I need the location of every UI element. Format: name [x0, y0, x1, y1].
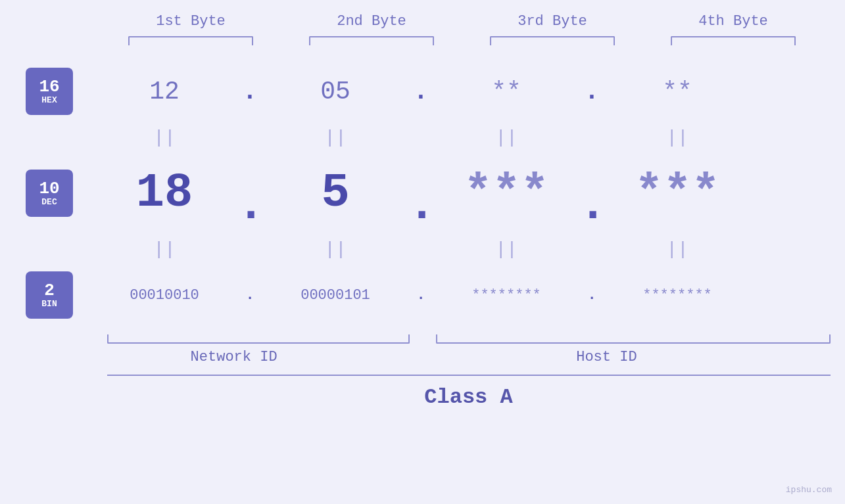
bracket-2: [309, 36, 434, 45]
watermark: ipshu.com: [786, 485, 832, 495]
hex-dot-3: .: [579, 78, 605, 106]
bin-badge: 2 BIN: [26, 271, 73, 319]
hex-val-1: 12: [92, 78, 237, 106]
main-data-area: 16 HEX 10 DEC 2 BIN: [0, 58, 845, 328]
id-labels-row: Network ID Host ID: [107, 349, 831, 365]
bottom-id-section: Network ID Host ID: [107, 334, 831, 365]
bin-val-2: 00000101: [263, 287, 408, 304]
eq-4: ||: [605, 127, 750, 148]
dec-badge: 10 DEC: [26, 170, 73, 217]
bin-dot-1: .: [237, 287, 263, 304]
host-id-label: Host ID: [383, 349, 830, 365]
hex-data-row: 12 . 05 . ** . **: [92, 58, 845, 124]
eq-row-1: || || || ||: [92, 124, 845, 150]
dec-val-4: ***: [605, 166, 750, 220]
bin-data-row: 00010010 . 00000101 . ******** . *******…: [92, 262, 845, 328]
data-grid: 12 . 05 . ** . ** || || || || 18: [92, 58, 845, 328]
byte-header-4: 4th Byte: [661, 13, 806, 30]
network-id-bracket: [107, 334, 410, 344]
hex-val-2: 05: [263, 78, 408, 106]
dec-dot-1: .: [237, 192, 263, 220]
class-bracket: [107, 375, 831, 376]
hex-dot-2: .: [408, 78, 434, 106]
eq-row-2: || || || ||: [92, 236, 845, 262]
bracket-3: [490, 36, 615, 45]
class-a-label: Class A: [107, 385, 831, 409]
bin-val-4: ********: [605, 287, 750, 304]
byte-header-1: 1st Byte: [118, 13, 263, 30]
dec-dot-3: .: [579, 192, 605, 220]
bracket-4: [671, 36, 796, 45]
bin-val-1: 00010010: [92, 287, 237, 304]
eq-3: ||: [434, 127, 579, 148]
dec-data-row: 18 . 5 . *** . ***: [92, 150, 845, 236]
network-bracket-row: [107, 334, 831, 344]
bracket-1: [128, 36, 253, 45]
dec-val-1: 18: [92, 166, 237, 220]
hex-badge: 16 HEX: [26, 68, 73, 115]
hex-val-4: **: [605, 78, 750, 106]
eq-7: ||: [434, 239, 579, 260]
main-container: 1st Byte 2nd Byte 3rd Byte 4th Byte 16 H…: [0, 0, 845, 504]
badges-column: 16 HEX 10 DEC 2 BIN: [0, 58, 92, 328]
dec-val-3: ***: [434, 166, 579, 220]
byte-header-3: 3rd Byte: [480, 13, 625, 30]
eq-6: ||: [263, 239, 408, 260]
eq-8: ||: [605, 239, 750, 260]
dec-val-2: 5: [263, 166, 408, 220]
eq-2: ||: [263, 127, 408, 148]
byte-headers-row: 1st Byte 2nd Byte 3rd Byte 4th Byte: [101, 13, 824, 30]
bin-dot-2: .: [408, 287, 434, 304]
bottom-class-section: Class A: [107, 375, 831, 409]
eq-1: ||: [92, 127, 237, 148]
bin-val-3: ********: [434, 287, 579, 304]
host-id-bracket: [436, 334, 831, 344]
hex-val-3: **: [434, 78, 579, 106]
eq-5: ||: [92, 239, 237, 260]
top-brackets: [101, 36, 824, 45]
hex-dot-1: .: [237, 78, 263, 106]
network-id-label: Network ID: [107, 349, 361, 365]
byte-header-2: 2nd Byte: [299, 13, 444, 30]
bin-dot-3: .: [579, 287, 605, 304]
dec-dot-2: .: [408, 192, 434, 220]
